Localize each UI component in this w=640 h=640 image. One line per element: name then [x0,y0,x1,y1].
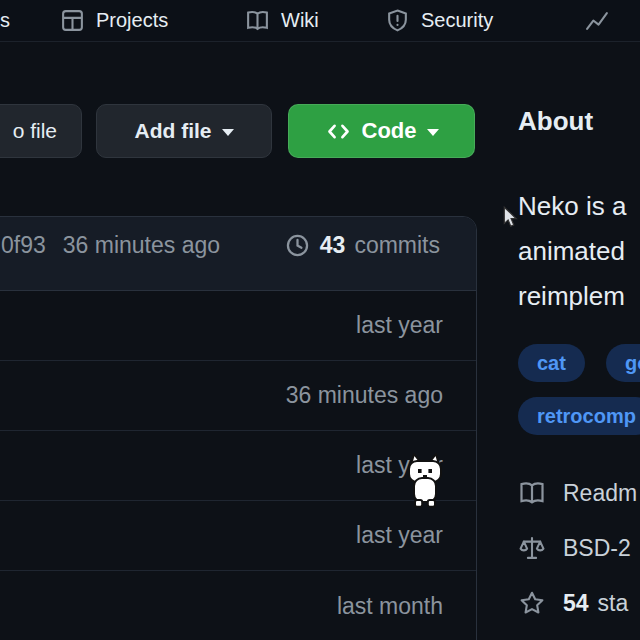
mouse-cursor [503,206,520,234]
file-row-time: 36 minutes ago [286,382,443,409]
topic-go[interactable]: go [606,344,640,382]
commit-history-link[interactable]: 43 commits [284,232,440,259]
about-description-line: animated [518,229,626,274]
go-to-file-label: o file [13,119,57,143]
file-row[interactable]: 36 minutes ago [0,361,476,431]
code-label: Code [362,118,417,144]
shield-icon [385,8,410,33]
go-to-file-button[interactable]: o file [0,104,82,158]
clock-history-icon [284,232,311,259]
book-icon [518,479,546,507]
about-description-line: reimplem [518,274,626,319]
tab-label: s [0,9,10,32]
add-file-button[interactable]: Add file [96,104,272,158]
file-row-time: last year [356,522,443,549]
tab-wiki[interactable]: Wiki [245,0,319,40]
stars-label: sta [598,590,629,617]
file-row-time: last month [337,593,443,620]
code-button[interactable]: Code [288,104,475,158]
chevron-down-icon [427,129,439,136]
tab-label: Wiki [281,9,319,32]
star-icon [518,589,546,617]
law-icon [518,534,546,562]
latest-commit-bar[interactable]: 0f93 36 minutes ago 43 commits [0,217,476,291]
repo-tab-bar: s Projects Wiki Security [0,0,640,42]
readme-label: Readm [563,480,637,507]
commit-hash[interactable]: 0f93 [1,232,46,259]
about-heading: About [518,106,593,137]
about-description: Neko is a animated reimplem [518,184,626,319]
table-icon [60,8,85,33]
code-brackets-icon [325,118,352,145]
tab-label: Security [421,9,493,32]
file-row[interactable]: last year [0,291,476,361]
about-description-line: Neko is a [518,184,626,229]
neko-cat-sprite [402,452,448,514]
license-link[interactable]: BSD-2 [518,533,631,563]
github-repo-page: s Projects Wiki Security [0,0,640,640]
file-row-time: last year [356,312,443,339]
readme-link[interactable]: Readm [518,478,637,508]
license-label: BSD-2 [563,535,631,562]
file-table-card: 0f93 36 minutes ago 43 commits last year… [0,216,477,640]
topic-cat[interactable]: cat [518,344,585,382]
chevron-down-icon [222,129,234,136]
stars-link[interactable]: 54 sta [518,588,628,618]
stars-count: 54 [563,590,589,617]
commits-count: 43 [320,232,346,259]
commits-label: commits [354,232,440,259]
tab-insights[interactable] [585,0,621,40]
topic-retrocomputing[interactable]: retrocomp [518,397,640,435]
graph-icon [585,8,610,33]
tab-issues-partial[interactable]: s [0,0,10,40]
book-icon [245,8,270,33]
tab-projects[interactable]: Projects [60,0,168,40]
tab-label: Projects [96,9,168,32]
file-row[interactable]: last month [0,571,476,640]
add-file-label: Add file [135,119,212,143]
commit-time: 36 minutes ago [63,232,220,259]
tab-security[interactable]: Security [385,0,493,40]
